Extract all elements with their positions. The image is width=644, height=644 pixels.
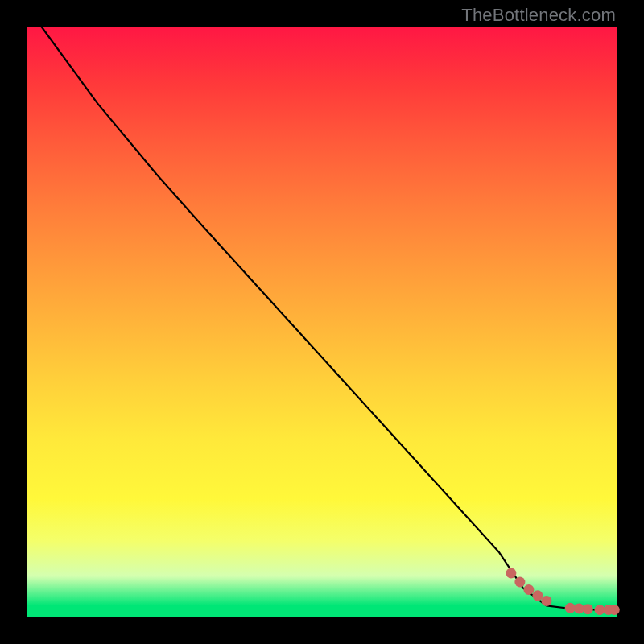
scatter-dot <box>609 605 620 615</box>
scatter-dot <box>514 577 525 588</box>
scatter-dot <box>523 584 534 595</box>
curve-path <box>41 27 614 610</box>
scatter-dot <box>541 596 551 606</box>
chart-canvas: TheBottleneck.com <box>0 0 644 644</box>
chart-overlay <box>27 27 617 617</box>
watermark-text: TheBottleneck.com <box>461 5 616 26</box>
curve-series <box>41 27 614 610</box>
scatter-dot <box>532 590 543 601</box>
scatter-dot <box>506 568 516 579</box>
scatter-dot <box>583 604 593 614</box>
